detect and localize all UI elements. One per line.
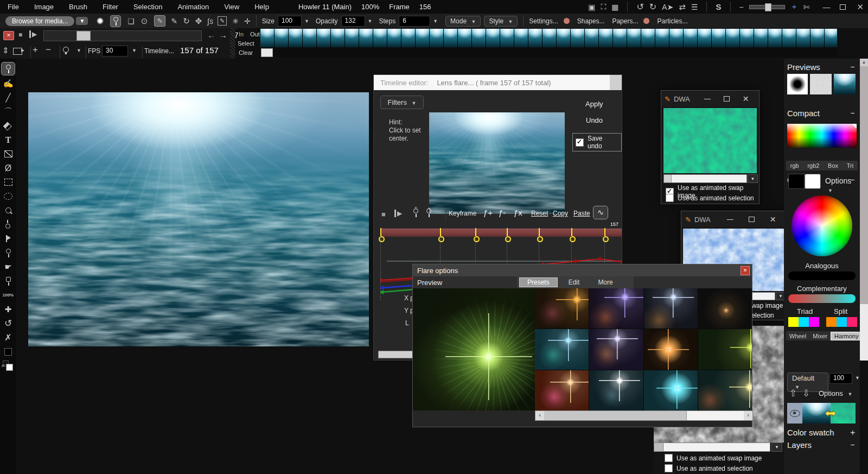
curve-mode-button[interactable]: ∿ [593, 206, 608, 219]
curve-tool[interactable]: ⌒ [2, 105, 15, 118]
film-frame[interactable] [740, 29, 754, 47]
flare-preview-large[interactable] [413, 288, 535, 410]
checkbox-icon[interactable] [665, 464, 673, 472]
menu-brush[interactable]: Brush [61, 3, 95, 11]
harmony-swatch[interactable] [837, 317, 847, 327]
filmstrip-scroll-handle[interactable] [261, 48, 273, 57]
flare-titlebar[interactable]: Flare options ✕ [413, 264, 752, 276]
film-frame[interactable] [345, 29, 359, 47]
collapse-icon[interactable]: － [848, 440, 857, 450]
scroll-right-icon[interactable]: › [744, 411, 752, 420]
film-frame[interactable] [571, 29, 585, 47]
flare-preset[interactable] [698, 288, 752, 328]
key-delete-button[interactable]: ƒx [514, 208, 522, 217]
film-frame[interactable] [782, 29, 796, 47]
flare-preset[interactable] [535, 370, 589, 410]
film-frame[interactable] [825, 29, 837, 47]
complementary-bar[interactable] [788, 294, 856, 303]
script-icon[interactable]: S [716, 2, 721, 11]
titlebar-grip[interactable] [610, 75, 622, 90]
line-tool[interactable]: ╱ [2, 91, 15, 104]
dwa-titlebar[interactable]: ✎ DWA — ✕ [661, 91, 759, 107]
keyframe-remove-pin-button[interactable]: − [426, 208, 432, 219]
zoom-100-tool[interactable]: 100% [2, 289, 15, 301]
play-button[interactable]: ▶ [29, 30, 37, 38]
tab-more[interactable]: More [590, 278, 620, 287]
film-frame[interactable] [387, 29, 401, 47]
harmony-swatch[interactable] [826, 317, 837, 327]
paper-preview-icon[interactable] [643, 18, 649, 24]
chevron-down-icon[interactable]: ▼ [748, 174, 758, 183]
dialog-scrollbar[interactable] [378, 351, 413, 358]
smudge-tool[interactable]: ✍ [2, 77, 15, 90]
chevron-down-icon[interactable]: ▼ [433, 18, 438, 24]
film-frame[interactable] [669, 29, 684, 47]
chevron-down-icon[interactable]: ▼ [132, 48, 137, 53]
harmony-swatch[interactable] [809, 317, 819, 327]
harmony-swatch[interactable] [847, 317, 857, 327]
next-frame-icon[interactable]: → [219, 30, 227, 40]
mode-dropdown[interactable]: Mode ▼ [445, 16, 481, 27]
menu-filter[interactable]: Filter [95, 3, 126, 11]
smooth-stroke-icon[interactable]: ∫s [207, 17, 213, 26]
clone-icon[interactable]: ❏ [127, 17, 135, 26]
minimize-button[interactable]: — [822, 3, 830, 11]
soft-brush-icon[interactable] [97, 17, 104, 24]
maximize-button[interactable] [724, 96, 730, 102]
scroll-left-icon[interactable]: ‹ [535, 411, 544, 420]
color-swatch-header[interactable]: Color swatch＋ [784, 427, 860, 438]
flare-preset[interactable] [644, 288, 698, 328]
triad-swatches[interactable] [788, 317, 819, 327]
chevron-down-icon[interactable]: ▼ [368, 18, 373, 24]
collapse-icon[interactable]: － [848, 62, 857, 72]
filter-preview-image[interactable] [429, 112, 565, 214]
cycle-icon[interactable]: ↻ [183, 16, 190, 26]
tab-mixer[interactable]: Mixer [809, 332, 831, 340]
list-icon[interactable]: ☰ [691, 3, 698, 11]
film-frame[interactable] [810, 29, 825, 47]
paper-preview-icon[interactable] [564, 18, 570, 24]
color-wheel[interactable] [792, 195, 852, 256]
film-frame[interactable] [458, 29, 472, 47]
menu-animation[interactable]: Animation [170, 3, 216, 11]
browse-media-dropdown[interactable]: ▼ [76, 17, 88, 25]
redo-icon[interactable]: ↻ [649, 2, 656, 12]
tab-rgb2[interactable]: rgb2 [804, 162, 822, 169]
style-dropdown[interactable]: Style ▼ [484, 16, 518, 27]
film-frame[interactable] [430, 29, 444, 47]
texture-scrollbar[interactable] [663, 174, 747, 183]
zoom-slider-handle[interactable] [765, 3, 771, 11]
flare-preset[interactable] [644, 329, 698, 369]
layer-visibility-toggle[interactable] [787, 403, 802, 424]
keyframe-track[interactable] [380, 229, 622, 237]
select-button[interactable]: Select [238, 40, 254, 47]
restore-button[interactable] [840, 4, 846, 10]
text-arrow-icon[interactable]: A➤ [662, 3, 673, 11]
analogous-bar[interactable] [788, 271, 856, 280]
film-frame[interactable] [655, 29, 669, 47]
film-frame[interactable] [599, 29, 613, 47]
harmony-swatch[interactable] [799, 317, 809, 327]
compact-color-picker[interactable] [787, 124, 857, 148]
preset-scroll-handle[interactable] [544, 411, 687, 420]
film-frame[interactable] [275, 29, 289, 47]
film-frame[interactable] [472, 29, 486, 47]
lasso-tool[interactable] [2, 204, 15, 217]
rect-select-tool[interactable] [2, 176, 15, 188]
tab-box[interactable]: Box [825, 162, 841, 169]
flare-preset[interactable] [589, 329, 643, 369]
undo-button[interactable]: Undo [586, 116, 603, 124]
preset-scrollbar[interactable]: ‹ › [535, 410, 753, 421]
eye-dropper-icon[interactable]: ⊙ [141, 16, 148, 26]
zoom-slider[interactable] [749, 5, 785, 9]
swap-link-arrow-icon[interactable] [825, 410, 836, 417]
film-frame[interactable] [359, 29, 373, 47]
crop-icon[interactable]: ▦ [611, 3, 618, 11]
previews-header[interactable]: Previews－ [784, 62, 860, 72]
cut-tool-icon[interactable]: ✄ [803, 3, 810, 11]
checkbox-icon[interactable] [666, 194, 674, 202]
draw-mode-icon[interactable]: ✎ [154, 15, 165, 27]
move-anchor-icon[interactable]: ✥ [195, 16, 202, 26]
green-texture-preview[interactable] [663, 108, 757, 173]
registration-icon[interactable]: ✛ [244, 17, 251, 26]
